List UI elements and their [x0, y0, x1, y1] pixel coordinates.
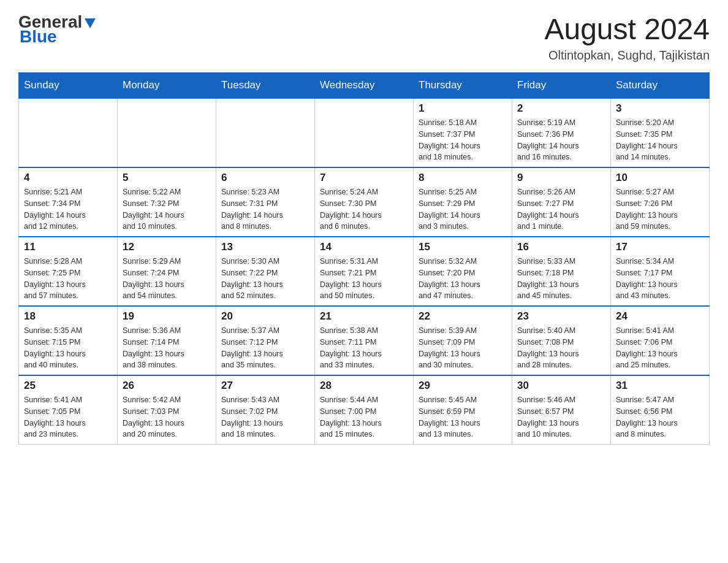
day-info: Sunrise: 5:19 AM Sunset: 7:36 PM Dayligh…: [517, 117, 605, 163]
calendar-cell: 22Sunrise: 5:39 AM Sunset: 7:09 PM Dayli…: [414, 306, 512, 375]
calendar-header-tuesday: Tuesday: [216, 73, 315, 99]
calendar-cell: 10Sunrise: 5:27 AM Sunset: 7:26 PM Dayli…: [611, 167, 710, 237]
logo-triangle-icon: [83, 16, 97, 29]
month-title: August 2024: [544, 12, 710, 46]
day-number: 4: [24, 172, 112, 184]
calendar-cell: 3Sunrise: 5:20 AM Sunset: 7:35 PM Daylig…: [611, 98, 710, 167]
day-info: Sunrise: 5:18 AM Sunset: 7:37 PM Dayligh…: [419, 117, 507, 163]
page-header: General Blue August 2024 Oltintopkan, Su…: [18, 12, 710, 63]
day-info: Sunrise: 5:23 AM Sunset: 7:31 PM Dayligh…: [221, 186, 309, 232]
calendar-cell: 18Sunrise: 5:35 AM Sunset: 7:15 PM Dayli…: [19, 306, 118, 375]
day-number: 19: [123, 310, 211, 323]
day-number: 25: [24, 380, 112, 392]
calendar-cell: 20Sunrise: 5:37 AM Sunset: 7:12 PM Dayli…: [216, 306, 315, 375]
calendar-cell: 15Sunrise: 5:32 AM Sunset: 7:20 PM Dayli…: [414, 237, 512, 306]
calendar-cell: 29Sunrise: 5:45 AM Sunset: 6:59 PM Dayli…: [414, 375, 512, 445]
calendar-cell: 31Sunrise: 5:47 AM Sunset: 6:56 PM Dayli…: [611, 375, 710, 445]
day-number: 13: [221, 241, 309, 253]
day-number: 17: [616, 241, 704, 253]
calendar-cell: 7Sunrise: 5:24 AM Sunset: 7:30 PM Daylig…: [315, 167, 414, 237]
day-info: Sunrise: 5:22 AM Sunset: 7:32 PM Dayligh…: [123, 186, 211, 232]
calendar-cell: 30Sunrise: 5:46 AM Sunset: 6:57 PM Dayli…: [512, 375, 611, 445]
day-info: Sunrise: 5:27 AM Sunset: 7:26 PM Dayligh…: [616, 186, 704, 232]
calendar-cell: 1Sunrise: 5:18 AM Sunset: 7:37 PM Daylig…: [414, 98, 512, 167]
svg-marker-0: [85, 18, 96, 28]
day-number: 16: [517, 241, 605, 253]
logo-text-blue: Blue: [20, 27, 57, 47]
calendar-cell: 5Sunrise: 5:22 AM Sunset: 7:32 PM Daylig…: [118, 167, 216, 237]
day-info: Sunrise: 5:30 AM Sunset: 7:22 PM Dayligh…: [221, 256, 309, 302]
week-row-4: 18Sunrise: 5:35 AM Sunset: 7:15 PM Dayli…: [19, 306, 710, 375]
day-info: Sunrise: 5:28 AM Sunset: 7:25 PM Dayligh…: [24, 256, 112, 302]
calendar-cell: 9Sunrise: 5:26 AM Sunset: 7:27 PM Daylig…: [512, 167, 611, 237]
day-number: 18: [24, 310, 112, 323]
calendar-cell: 4Sunrise: 5:21 AM Sunset: 7:34 PM Daylig…: [19, 167, 118, 237]
day-info: Sunrise: 5:25 AM Sunset: 7:29 PM Dayligh…: [419, 186, 507, 232]
day-info: Sunrise: 5:45 AM Sunset: 6:59 PM Dayligh…: [419, 394, 507, 440]
day-number: 29: [419, 380, 507, 392]
day-info: Sunrise: 5:41 AM Sunset: 7:06 PM Dayligh…: [616, 325, 704, 371]
day-info: Sunrise: 5:34 AM Sunset: 7:17 PM Dayligh…: [616, 256, 704, 302]
day-number: 1: [419, 102, 507, 115]
day-info: Sunrise: 5:40 AM Sunset: 7:08 PM Dayligh…: [517, 325, 605, 371]
day-number: 5: [123, 172, 211, 184]
day-info: Sunrise: 5:21 AM Sunset: 7:34 PM Dayligh…: [24, 186, 112, 232]
day-number: 11: [24, 241, 112, 253]
day-info: Sunrise: 5:24 AM Sunset: 7:30 PM Dayligh…: [320, 186, 408, 232]
day-number: 2: [517, 102, 605, 115]
day-number: 10: [616, 172, 704, 184]
day-number: 21: [320, 310, 408, 323]
calendar-cell: 11Sunrise: 5:28 AM Sunset: 7:25 PM Dayli…: [19, 237, 118, 306]
title-block: August 2024 Oltintopkan, Sughd, Tajikist…: [544, 12, 710, 63]
day-info: Sunrise: 5:44 AM Sunset: 7:00 PM Dayligh…: [320, 394, 408, 440]
calendar-cell: [118, 98, 216, 167]
day-info: Sunrise: 5:20 AM Sunset: 7:35 PM Dayligh…: [616, 117, 704, 163]
day-info: Sunrise: 5:37 AM Sunset: 7:12 PM Dayligh…: [221, 325, 309, 371]
week-row-1: 1Sunrise: 5:18 AM Sunset: 7:37 PM Daylig…: [19, 98, 710, 167]
calendar-cell: 12Sunrise: 5:29 AM Sunset: 7:24 PM Dayli…: [118, 237, 216, 306]
day-info: Sunrise: 5:32 AM Sunset: 7:20 PM Dayligh…: [419, 256, 507, 302]
calendar-cell: 17Sunrise: 5:34 AM Sunset: 7:17 PM Dayli…: [611, 237, 710, 306]
calendar-header-wednesday: Wednesday: [315, 73, 414, 99]
calendar-cell: 14Sunrise: 5:31 AM Sunset: 7:21 PM Dayli…: [315, 237, 414, 306]
day-number: 12: [123, 241, 211, 253]
calendar-header-thursday: Thursday: [414, 73, 512, 99]
calendar-header-saturday: Saturday: [611, 73, 710, 99]
day-info: Sunrise: 5:33 AM Sunset: 7:18 PM Dayligh…: [517, 256, 605, 302]
calendar-header-sunday: Sunday: [19, 73, 118, 99]
calendar-cell: 28Sunrise: 5:44 AM Sunset: 7:00 PM Dayli…: [315, 375, 414, 445]
day-info: Sunrise: 5:36 AM Sunset: 7:14 PM Dayligh…: [123, 325, 211, 371]
logo: General Blue: [18, 12, 97, 47]
calendar-cell: 6Sunrise: 5:23 AM Sunset: 7:31 PM Daylig…: [216, 167, 315, 237]
calendar-header-monday: Monday: [118, 73, 216, 99]
day-number: 27: [221, 380, 309, 392]
day-info: Sunrise: 5:46 AM Sunset: 6:57 PM Dayligh…: [517, 394, 605, 440]
calendar-cell: [216, 98, 315, 167]
week-row-2: 4Sunrise: 5:21 AM Sunset: 7:34 PM Daylig…: [19, 167, 710, 237]
day-number: 7: [320, 172, 408, 184]
day-info: Sunrise: 5:41 AM Sunset: 7:05 PM Dayligh…: [24, 394, 112, 440]
calendar-cell: 13Sunrise: 5:30 AM Sunset: 7:22 PM Dayli…: [216, 237, 315, 306]
day-number: 6: [221, 172, 309, 184]
day-number: 24: [616, 310, 704, 323]
calendar-cell: [315, 98, 414, 167]
calendar-header-friday: Friday: [512, 73, 611, 99]
calendar-cell: 26Sunrise: 5:42 AM Sunset: 7:03 PM Dayli…: [118, 375, 216, 445]
day-number: 22: [419, 310, 507, 323]
day-number: 26: [123, 380, 211, 392]
week-row-5: 25Sunrise: 5:41 AM Sunset: 7:05 PM Dayli…: [19, 375, 710, 445]
calendar-cell: 24Sunrise: 5:41 AM Sunset: 7:06 PM Dayli…: [611, 306, 710, 375]
calendar-cell: [19, 98, 118, 167]
day-number: 31: [616, 380, 704, 392]
day-info: Sunrise: 5:43 AM Sunset: 7:02 PM Dayligh…: [221, 394, 309, 440]
day-number: 28: [320, 380, 408, 392]
calendar-cell: 8Sunrise: 5:25 AM Sunset: 7:29 PM Daylig…: [414, 167, 512, 237]
day-number: 20: [221, 310, 309, 323]
calendar-cell: 27Sunrise: 5:43 AM Sunset: 7:02 PM Dayli…: [216, 375, 315, 445]
day-number: 30: [517, 380, 605, 392]
day-number: 23: [517, 310, 605, 323]
calendar-cell: 16Sunrise: 5:33 AM Sunset: 7:18 PM Dayli…: [512, 237, 611, 306]
day-info: Sunrise: 5:47 AM Sunset: 6:56 PM Dayligh…: [616, 394, 704, 440]
day-info: Sunrise: 5:42 AM Sunset: 7:03 PM Dayligh…: [123, 394, 211, 440]
day-number: 9: [517, 172, 605, 184]
